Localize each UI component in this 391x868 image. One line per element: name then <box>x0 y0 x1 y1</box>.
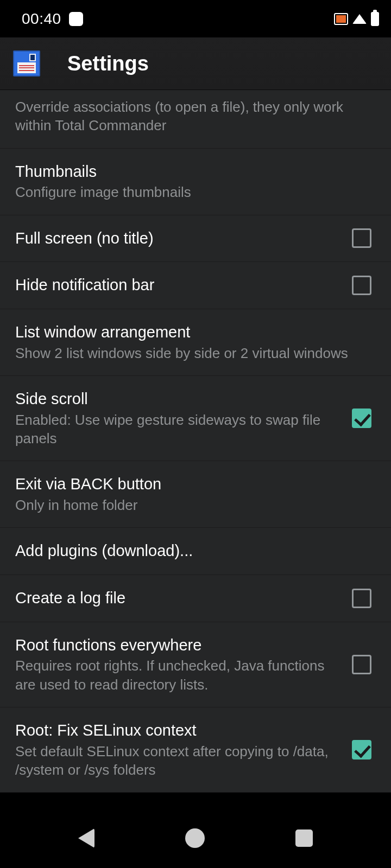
settings-item-text: List window arrangementShow 2 list windo… <box>15 322 376 362</box>
settings-item-thumbnails[interactable]: ThumbnailsConfigure image thumbnails <box>0 149 391 215</box>
settings-item-title: Add plugins (download)... <box>15 541 376 561</box>
settings-item-title: Exit via BACK button <box>15 474 376 495</box>
settings-item-override-associations[interactable]: Override associations (to open a file), … <box>0 90 391 149</box>
settings-item-title: Full screen (no title) <box>15 228 341 249</box>
battery-icon <box>371 12 379 26</box>
settings-item-root-fix-selinux[interactable]: Root: Fix SELinux contextSet default SEL… <box>0 707 391 793</box>
settings-item-title: Side scroll <box>15 389 341 410</box>
settings-item-root-functions-everywhere[interactable]: Root functions everywhereRequires root r… <box>0 622 391 707</box>
settings-item-subtitle: Set default SELinux context after copyin… <box>15 741 341 780</box>
status-right <box>334 12 379 26</box>
settings-item-side-scroll[interactable]: Side scrollEnabled: Use wipe gesture sid… <box>0 376 391 461</box>
status-clock: 00:40 <box>22 10 61 28</box>
settings-item-title: Root functions everywhere <box>15 635 341 656</box>
checkbox-create-log-file[interactable] <box>352 589 371 608</box>
settings-item-exit-via-back[interactable]: Exit via BACK buttonOnly in home folder <box>0 461 391 528</box>
settings-item-title: List window arrangement <box>15 322 376 343</box>
settings-item-title: Root: Fix SELinux context <box>15 720 341 741</box>
app-floppy-icon <box>13 50 40 76</box>
settings-item-text: Exit via BACK buttonOnly in home folder <box>15 474 376 514</box>
checkbox-hide-notification-bar[interactable] <box>352 276 371 295</box>
status-bar: 00:40 <box>0 0 391 37</box>
settings-item-subtitle: Only in home folder <box>15 495 376 514</box>
settings-item-title: Thumbnails <box>15 162 376 182</box>
settings-item-text: Root: Fix SELinux contextSet default SEL… <box>15 720 341 779</box>
checkbox-side-scroll[interactable] <box>352 409 371 428</box>
settings-item-text: Full screen (no title) <box>15 228 341 249</box>
checkbox-root-fix-selinux[interactable] <box>352 740 371 760</box>
nav-home-icon[interactable] <box>185 828 205 848</box>
settings-item-title: Hide notification bar <box>15 275 341 296</box>
settings-item-subtitle: Configure image thumbnails <box>15 182 376 201</box>
settings-item-subtitle: Override associations (to open a file), … <box>15 97 376 135</box>
app-bar: Settings <box>0 37 391 90</box>
notification-dot-icon <box>69 12 83 26</box>
settings-list-container: Override associations (to open a file), … <box>0 90 391 808</box>
settings-item-add-plugins[interactable]: Add plugins (download)... <box>0 528 391 575</box>
settings-item-subtitle: Show 2 list windows side by side or 2 vi… <box>15 343 376 362</box>
settings-item-subtitle: Enabled: Use wipe gesture sideways to sw… <box>15 410 341 448</box>
page-title: Settings <box>67 52 149 75</box>
settings-item-text: Root functions everywhereRequires root r… <box>15 635 341 694</box>
settings-item-full-screen[interactable]: Full screen (no title) <box>0 215 391 263</box>
nav-back-icon[interactable] <box>78 828 94 848</box>
wifi-icon <box>352 14 367 24</box>
settings-item-text: Add plugins (download)... <box>15 541 376 561</box>
nav-recent-icon[interactable] <box>295 829 313 847</box>
cast-icon <box>334 13 348 25</box>
settings-item-text: Side scrollEnabled: Use wipe gesture sid… <box>15 389 341 448</box>
settings-item-create-log-file[interactable]: Create a log file <box>0 575 391 622</box>
settings-item-text: Override associations (to open a file), … <box>15 97 376 135</box>
settings-item-text: ThumbnailsConfigure image thumbnails <box>15 162 376 202</box>
settings-item-subtitle: Requires root rights. If unchecked, Java… <box>15 655 341 694</box>
settings-item-text: Create a log file <box>15 588 341 609</box>
settings-item-hide-notification-bar[interactable]: Hide notification bar <box>0 262 391 309</box>
settings-item-text: Hide notification bar <box>15 275 341 296</box>
checkbox-full-screen[interactable] <box>352 228 371 248</box>
status-left: 00:40 <box>22 10 83 28</box>
settings-item-title: Create a log file <box>15 588 341 609</box>
checkbox-root-functions-everywhere[interactable] <box>352 655 371 674</box>
android-navbar <box>0 808 391 868</box>
settings-item-list-window-arrangement[interactable]: List window arrangementShow 2 list windo… <box>0 309 391 376</box>
